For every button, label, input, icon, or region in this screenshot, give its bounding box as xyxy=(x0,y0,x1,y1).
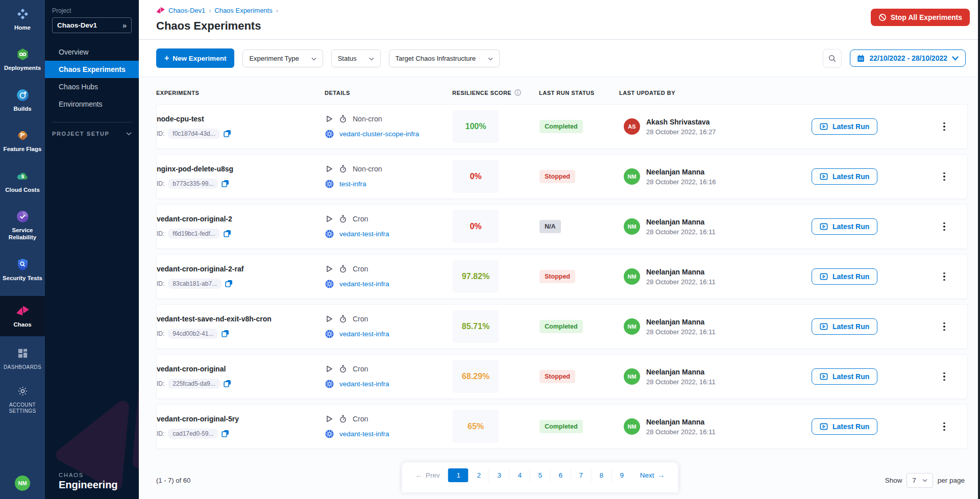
page-button-2[interactable]: 2 xyxy=(469,468,489,482)
resilience-score-value: 0% xyxy=(453,160,499,193)
kubernetes-icon xyxy=(325,430,334,438)
infrastructure-link[interactable]: vedant-test-infra xyxy=(339,280,389,288)
next-page-button[interactable]: Next → xyxy=(632,468,673,482)
experiment-name[interactable]: nginx-pod-delete-u8sg xyxy=(157,165,325,173)
show-label: Show xyxy=(885,477,902,484)
infrastructure-link[interactable]: vedant-cluster-scope-infra xyxy=(339,130,419,138)
project-setup-section[interactable]: PROJECT SETUP xyxy=(45,122,139,145)
experiment-row[interactable]: vedant-cron-original-2-raf ID: 83cab181-… xyxy=(156,254,968,299)
stop-all-experiments-button[interactable]: Stop All Experiments xyxy=(871,9,970,26)
experiment-name[interactable]: vedant-cron-original-2 xyxy=(157,215,325,223)
per-page-select[interactable]: 7 xyxy=(906,473,933,488)
rail-item-account-settings[interactable]: ACCOUNT SETTINGS xyxy=(0,383,45,417)
page-button-9[interactable]: 9 xyxy=(611,468,632,482)
infrastructure-link[interactable]: vedant-test-infra xyxy=(339,430,389,438)
window-scrollbar[interactable] xyxy=(978,0,980,499)
feature-flags-icon xyxy=(1,129,44,143)
row-menu-kebab[interactable] xyxy=(938,219,950,234)
rail-item-dashboards[interactable]: DASHBOARDS xyxy=(0,345,45,373)
rail-item-deployments[interactable]: Deployments xyxy=(0,45,45,73)
page-button-8[interactable]: 8 xyxy=(591,468,611,482)
infrastructure-link[interactable]: vedant-test-infra xyxy=(339,230,389,238)
copy-icon[interactable] xyxy=(222,180,229,187)
next-label: Next xyxy=(640,471,654,479)
rail-item-chaos[interactable]: Chaos xyxy=(0,296,45,336)
filter-target-chaos-infrastructure[interactable]: Target Chaos Infrastructure xyxy=(389,49,500,67)
per-page-value: 7 xyxy=(912,477,916,484)
page-button-5[interactable]: 5 xyxy=(530,468,550,482)
row-menu-kebab[interactable] xyxy=(938,119,950,134)
page-button-1[interactable]: 1 xyxy=(448,468,469,482)
latest-run-button[interactable]: Latest Run xyxy=(812,418,877,435)
stopwatch-icon xyxy=(339,415,347,423)
latest-run-button[interactable]: Latest Run xyxy=(812,318,877,335)
sidebar-item-chaos-experiments[interactable]: Chaos Experiments xyxy=(45,61,139,78)
copy-icon[interactable] xyxy=(224,230,231,237)
rail-item-feature-flags[interactable]: Feature Flags xyxy=(0,127,45,155)
page-button-4[interactable]: 4 xyxy=(509,468,530,482)
sidebar-item-environments[interactable]: Environments xyxy=(45,95,139,113)
latest-run-button[interactable]: Latest Run xyxy=(812,268,877,285)
filter-status[interactable]: Status xyxy=(331,49,381,67)
project-selector[interactable]: Chaos-Dev1 » xyxy=(52,17,132,33)
copy-icon[interactable] xyxy=(222,330,229,337)
infrastructure-link[interactable]: vedant-test-infra xyxy=(339,330,389,338)
breadcrumb-separator: › xyxy=(276,7,278,14)
experiment-row[interactable]: vedant-cron-original ID: 225fcad5-da9...… xyxy=(156,354,968,399)
sidebar-item-overview[interactable]: Overview xyxy=(45,43,139,61)
experiment-row[interactable]: vedant-cron-original-5ry ID: cad17ed0-59… xyxy=(156,404,968,449)
search-button[interactable] xyxy=(823,49,842,68)
experiment-name[interactable]: node-cpu-test xyxy=(157,115,325,123)
experiment-id-prefix: ID: xyxy=(157,430,164,437)
expand-project-icon[interactable]: » xyxy=(122,21,127,30)
experiment-name[interactable]: vedant-test-save-nd-exit-v8h-cron xyxy=(157,315,325,323)
rail-item-home[interactable]: Home xyxy=(0,5,45,33)
rail-item-service-reliability[interactable]: Service Reliability xyxy=(0,208,45,243)
experiment-row[interactable]: vedant-cron-original-2 ID: f6d19bc1-fedf… xyxy=(156,204,968,249)
sidebar-item-chaos-hubs[interactable]: Chaos Hubs xyxy=(45,78,139,95)
experiment-name[interactable]: vedant-cron-original xyxy=(157,365,325,373)
copy-icon[interactable] xyxy=(224,130,231,137)
pagination-bar: (1 - 7) of 60 ← Prev 123456789 Next → Sh… xyxy=(156,462,968,498)
row-menu-kebab[interactable] xyxy=(938,319,950,334)
updated-by-date: 28 October 2022, 16:11 xyxy=(646,278,716,286)
page-button-3[interactable]: 3 xyxy=(489,468,509,482)
rail-item-builds[interactable]: Builds xyxy=(0,86,45,114)
breadcrumb-page-link[interactable]: Chaos Experiments xyxy=(214,7,272,14)
latest-run-button[interactable]: Latest Run xyxy=(812,168,877,185)
page-button-6[interactable]: 6 xyxy=(550,468,571,482)
row-menu-kebab[interactable] xyxy=(938,269,950,284)
latest-run-button[interactable]: Latest Run xyxy=(812,218,877,235)
page-button-7[interactable]: 7 xyxy=(571,468,591,482)
copy-icon[interactable] xyxy=(225,280,233,287)
date-range-picker[interactable]: 22/10/2022 - 28/10/2022 xyxy=(850,49,966,67)
rail-item-security-tests[interactable]: Security Tests xyxy=(0,256,45,284)
latest-run-button[interactable]: Latest Run xyxy=(812,118,877,135)
experiment-name[interactable]: vedant-cron-original-5ry xyxy=(157,415,325,423)
copy-icon[interactable] xyxy=(222,430,229,437)
kubernetes-icon xyxy=(325,180,334,188)
experiment-row[interactable]: node-cpu-test ID: f0c187d4-43d... Non-cr… xyxy=(156,104,968,149)
experiment-id-prefix: ID: xyxy=(157,280,164,287)
row-menu-kebab[interactable] xyxy=(938,169,950,184)
column-header-last-run-status: LAST RUN STATUS xyxy=(539,90,619,96)
breadcrumb-project-link[interactable]: Chaos-Dev1 xyxy=(168,7,205,14)
prev-page-button[interactable]: ← Prev xyxy=(407,468,448,482)
schedule-type-label: Cron xyxy=(353,215,368,223)
last-run-status-badge: Completed xyxy=(540,420,583,433)
new-experiment-button[interactable]: + New Experiment xyxy=(156,48,234,68)
play-icon xyxy=(325,265,333,273)
experiment-row[interactable]: nginx-pod-delete-u8sg ID: b773c335-99...… xyxy=(156,154,968,199)
filter-experiment-type[interactable]: Experiment Type xyxy=(242,49,323,67)
infrastructure-link[interactable]: vedant-test-infra xyxy=(339,380,389,388)
row-menu-kebab[interactable] xyxy=(938,369,950,384)
user-avatar[interactable]: NM xyxy=(15,476,30,491)
infrastructure-link[interactable]: test-infra xyxy=(339,180,366,188)
row-menu-kebab[interactable] xyxy=(938,419,950,434)
info-icon[interactable] xyxy=(514,89,521,96)
experiment-name[interactable]: vedant-cron-original-2-raf xyxy=(157,265,325,273)
latest-run-button[interactable]: Latest Run xyxy=(812,368,877,385)
rail-item-cloud-costs[interactable]: $ Cloud Costs xyxy=(0,167,45,195)
copy-icon[interactable] xyxy=(224,380,231,387)
experiment-row[interactable]: vedant-test-save-nd-exit-v8h-cron ID: 94… xyxy=(156,304,968,349)
